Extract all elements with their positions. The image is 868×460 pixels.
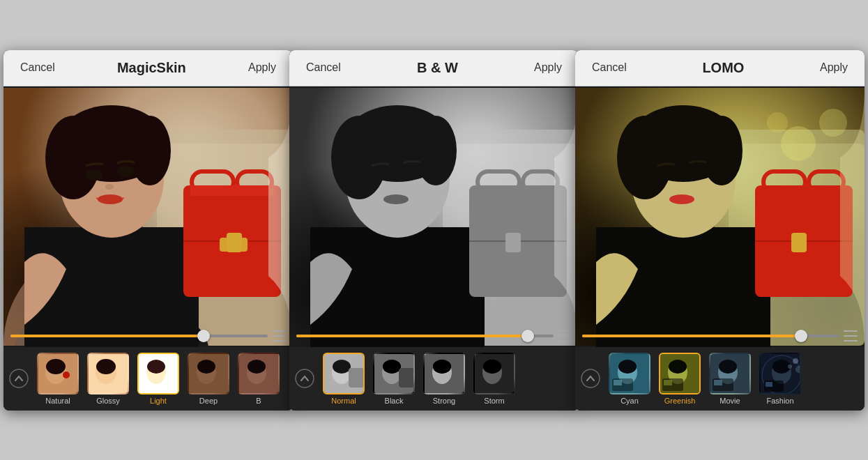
cancel-button-magicskin[interactable]: Cancel bbox=[15, 59, 61, 77]
svg-rect-58 bbox=[505, 233, 521, 252]
svg-point-13 bbox=[105, 184, 114, 190]
svg-point-71 bbox=[433, 360, 451, 374]
filter-item-greenish[interactable]: Greenish bbox=[656, 353, 703, 405]
filter-label-strong: Strong bbox=[433, 397, 455, 405]
panel-header-bw: Cancel B & W Apply bbox=[289, 50, 579, 86]
arrow-up-button-magicskin[interactable] bbox=[3, 363, 34, 394]
filter-scroll-bw: Normal Black bbox=[320, 353, 579, 405]
slider-magicskin[interactable] bbox=[10, 330, 286, 342]
filter-label-cyan: Cyan bbox=[620, 397, 639, 405]
filter-item-black[interactable]: Black bbox=[370, 353, 418, 405]
filter-item-b[interactable]: B bbox=[235, 353, 282, 405]
apply-button-magicskin[interactable]: Apply bbox=[243, 59, 282, 77]
filter-item-fashion[interactable]: Fashion bbox=[756, 353, 804, 405]
svg-point-11 bbox=[86, 169, 102, 181]
filter-thumb-deep bbox=[188, 353, 229, 394]
filter-item-strong[interactable]: Strong bbox=[420, 353, 468, 405]
svg-point-81 bbox=[781, 126, 816, 161]
svg-point-30 bbox=[96, 359, 116, 374]
panel-lomo: Cancel LOMO Apply bbox=[575, 50, 865, 411]
slider-thumb-bw[interactable] bbox=[521, 330, 534, 342]
svg-rect-67 bbox=[399, 368, 414, 388]
svg-point-34 bbox=[147, 360, 165, 374]
filter-label-movie: Movie bbox=[719, 397, 740, 405]
svg-point-62 bbox=[333, 360, 351, 374]
slider-track-lomo bbox=[582, 335, 839, 337]
apply-button-bw[interactable]: Apply bbox=[528, 59, 568, 77]
svg-point-12 bbox=[117, 166, 134, 177]
filter-label-b: B bbox=[256, 397, 261, 405]
filter-thumb-glossy bbox=[87, 353, 129, 394]
filter-strip-magicskin: Natural Glossy bbox=[3, 347, 293, 411]
filter-scroll-magicskin: Natural Glossy bbox=[34, 353, 293, 405]
slider-track-bw bbox=[296, 335, 554, 337]
svg-point-25 bbox=[46, 359, 66, 374]
svg-point-9 bbox=[45, 116, 101, 199]
filter-thumb-movie bbox=[709, 353, 751, 394]
filter-scroll-lomo: Cyan Greenish bbox=[606, 353, 865, 405]
panel-header-lomo: Cancel LOMO Apply bbox=[575, 50, 865, 86]
svg-point-89 bbox=[701, 116, 743, 185]
filter-item-deep[interactable]: Deep bbox=[185, 353, 232, 405]
filter-item-light[interactable]: Light bbox=[135, 353, 182, 405]
filter-item-natural[interactable]: Natural bbox=[34, 353, 82, 405]
svg-point-49 bbox=[331, 116, 387, 199]
filter-thumb-fashion bbox=[759, 353, 801, 394]
filter-item-storm[interactable]: Storm bbox=[471, 353, 518, 405]
filter-item-normal-bw[interactable]: Normal bbox=[320, 353, 367, 405]
svg-point-82 bbox=[819, 109, 847, 137]
slider-menu-icon-bw[interactable] bbox=[558, 330, 572, 342]
svg-point-90 bbox=[657, 169, 674, 181]
slider-fill-magicskin bbox=[10, 335, 204, 337]
apply-button-lomo[interactable]: Apply bbox=[814, 59, 853, 77]
filter-thumb-natural bbox=[37, 353, 79, 394]
svg-point-92 bbox=[669, 194, 694, 204]
image-area-lomo bbox=[575, 86, 865, 347]
cancel-button-bw[interactable]: Cancel bbox=[300, 59, 347, 77]
svg-rect-97 bbox=[791, 233, 807, 252]
slider-thumb-magicskin[interactable] bbox=[197, 330, 210, 342]
svg-rect-18 bbox=[190, 185, 274, 196]
filter-thumb-cyan bbox=[609, 353, 650, 394]
filter-label-natural: Natural bbox=[45, 397, 70, 405]
filter-label-fashion: Fashion bbox=[766, 397, 793, 405]
svg-point-91 bbox=[689, 166, 706, 177]
filter-thumb-b bbox=[238, 353, 280, 394]
svg-point-53 bbox=[383, 194, 409, 204]
filter-thumb-strong bbox=[423, 353, 465, 394]
cancel-button-lomo[interactable]: Cancel bbox=[586, 59, 632, 77]
slider-lomo[interactable] bbox=[582, 330, 858, 342]
arrow-up-button-bw[interactable] bbox=[289, 363, 320, 394]
panel-title-bw: B & W bbox=[347, 60, 528, 76]
svg-rect-122 bbox=[766, 382, 772, 387]
svg-point-108 bbox=[669, 360, 687, 374]
filter-label-glossy: Glossy bbox=[96, 397, 120, 405]
image-area-bw bbox=[289, 86, 579, 347]
arrow-up-button-lomo[interactable] bbox=[575, 363, 606, 394]
slider-bw[interactable] bbox=[296, 330, 572, 342]
filter-thumb-black bbox=[373, 353, 415, 394]
svg-point-59 bbox=[296, 369, 314, 388]
filter-label-storm: Storm bbox=[484, 397, 504, 405]
slider-thumb-lomo[interactable] bbox=[795, 330, 807, 342]
panel-title-lomo: LOMO bbox=[632, 60, 814, 76]
slider-menu-icon-magicskin[interactable] bbox=[272, 330, 286, 342]
filter-item-glossy[interactable]: Glossy bbox=[84, 353, 132, 405]
svg-point-10 bbox=[129, 116, 171, 185]
svg-point-114 bbox=[719, 360, 737, 374]
filter-strip-bw: Normal Black bbox=[289, 347, 579, 411]
filter-thumb-storm bbox=[473, 353, 515, 394]
panel-header-magicskin: Cancel MagicSkin Apply bbox=[3, 50, 293, 86]
svg-point-123 bbox=[793, 358, 798, 364]
filter-item-cyan[interactable]: Cyan bbox=[606, 353, 653, 405]
filter-item-movie[interactable]: Movie bbox=[706, 353, 754, 405]
svg-point-124 bbox=[788, 365, 792, 369]
svg-point-40 bbox=[248, 360, 266, 374]
svg-point-102 bbox=[618, 360, 637, 374]
svg-point-52 bbox=[403, 166, 420, 177]
filter-label-greenish: Greenish bbox=[664, 397, 696, 405]
filter-label-light: Light bbox=[150, 397, 167, 405]
filter-label-black: Black bbox=[385, 397, 404, 405]
slider-menu-icon-lomo[interactable] bbox=[844, 330, 858, 342]
svg-point-14 bbox=[98, 194, 123, 204]
